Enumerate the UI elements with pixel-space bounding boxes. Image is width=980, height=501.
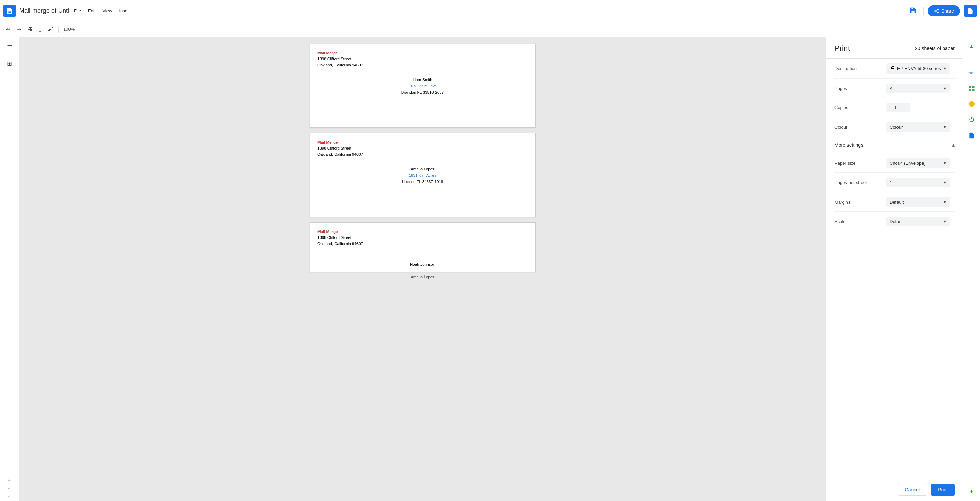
scale-label: Scale (834, 219, 875, 224)
sidebar: ☰ ⊞ 1 2 3 (0, 37, 19, 501)
recipient-name-2: Amelia Lopez (402, 166, 443, 172)
toolbar: ↩ ↪ 🖨 ˬ 🖌 100% (0, 22, 980, 37)
envelope-2: Mail Merge 1398 Clifford Street Oakland,… (310, 133, 536, 217)
return-company-1: Mail Merge (317, 50, 363, 56)
menu-insert[interactable]: Inse (116, 7, 130, 15)
pages-per-sheet-control[interactable]: 1 ▾ (886, 178, 955, 187)
svg-rect-2 (969, 86, 971, 88)
return-city-1: Oakland, California 94607 (317, 62, 363, 68)
envelope-3: Mail Merge 1398 Clifford Street Oakland,… (310, 222, 536, 272)
colour-select[interactable]: Colour ▾ (886, 122, 950, 132)
return-address-3: Mail Merge 1398 Clifford Street Oakland,… (317, 229, 363, 247)
destination-control[interactable]: 🖨 HP ENVY 5530 series ▾ (886, 63, 955, 74)
recipient-name-3: Noah Johnson (410, 262, 435, 266)
print-footer: Cancel Print (826, 479, 963, 501)
paper-size-value: Chou4 (Envelope) (889, 160, 942, 166)
more-settings-chevron-icon: ▴ (952, 142, 955, 148)
copies-label: Copies (834, 105, 875, 110)
paper-size-row: Paper size Chou4 (Envelope) ▾ (834, 153, 955, 173)
margins-label: Margins (834, 200, 875, 205)
return-street-2: 1398 Clifford Street (317, 146, 363, 151)
margins-select[interactable]: Default ▾ (886, 197, 950, 207)
return-city-3: Oakland, California 94607 (317, 241, 363, 247)
share-button[interactable]: Share (928, 5, 960, 16)
page-number-1: 1 (8, 479, 11, 482)
menu-bar: File Edit View Inse (71, 7, 130, 15)
right-panel-docs[interactable] (966, 129, 978, 142)
scale-control[interactable]: Default ▾ (886, 217, 955, 226)
copies-control (886, 103, 955, 112)
sidebar-item-outline[interactable]: ☰ (3, 40, 16, 54)
save-to-drive-button[interactable] (907, 5, 919, 17)
scale-select[interactable]: Default ▾ (886, 217, 950, 226)
destination-select[interactable]: 🖨 HP ENVY 5530 series ▾ (886, 63, 950, 74)
destination-value: HP ENVY 5530 series (897, 66, 942, 71)
colour-chevron-icon: ▾ (944, 124, 946, 130)
format-paint-button[interactable]: 🖌 (45, 25, 56, 34)
pages-per-sheet-value: 1 (889, 180, 942, 185)
colour-control[interactable]: Colour ▾ (886, 122, 955, 132)
colour-row: Colour Colour ▾ (834, 117, 955, 136)
topbar: Mail merge of Unti File Edit View Inse S… (0, 0, 980, 22)
copies-row: Copies (834, 98, 955, 117)
right-panel-sheets[interactable] (966, 82, 978, 94)
more-settings-toggle[interactable]: More settings ▴ (826, 137, 963, 153)
print-header: Print 20 sheets of paper (826, 37, 963, 59)
cancel-button[interactable]: Cancel (898, 484, 927, 496)
destination-label: Destination (834, 66, 875, 71)
destination-chevron-icon: ▾ (944, 66, 946, 71)
spellcheck-button[interactable]: ˬ (36, 24, 44, 34)
menu-view[interactable]: View (100, 7, 115, 15)
print-button[interactable]: 🖨 (25, 25, 35, 34)
redo-button[interactable]: ↪ (14, 24, 23, 34)
return-company-3: Mail Merge (317, 229, 363, 235)
envelope-1: Mail Merge 1398 Clifford Street Oakland,… (310, 44, 536, 128)
pages-row: Pages All ▾ (834, 79, 955, 98)
page-number-3: 3 (8, 496, 11, 498)
zoom-level[interactable]: 100% (61, 25, 77, 33)
menu-file[interactable]: File (71, 7, 84, 15)
page-number-2: 2 (8, 488, 11, 490)
pages-per-sheet-row: Pages per sheet 1 ▾ (834, 173, 955, 192)
print-settings-section: Destination 🖨 HP ENVY 5530 series ▾ Page… (826, 59, 963, 137)
undo-button[interactable]: ↩ (3, 24, 13, 34)
docs-icon (964, 5, 977, 17)
menu-edit[interactable]: Edit (85, 7, 98, 15)
more-settings-section: Paper size Chou4 (Envelope) ▾ Pages per … (826, 153, 963, 231)
pages-per-sheet-chevron-icon: ▾ (944, 180, 946, 185)
sheets-info: 20 sheets of paper (915, 46, 955, 51)
right-panel-tasks[interactable] (966, 98, 978, 110)
paper-size-control[interactable]: Chou4 (Envelope) ▾ (886, 158, 955, 168)
paper-size-select[interactable]: Chou4 (Envelope) ▾ (886, 158, 950, 168)
return-company-2: Mail Merge (317, 140, 363, 146)
pages-control[interactable]: All ▾ (886, 84, 955, 93)
return-street-3: 1398 Clifford Street (317, 235, 363, 241)
right-panel-edit[interactable]: ✏ (966, 67, 978, 79)
copies-input[interactable] (886, 103, 910, 112)
doc-title: Mail merge of Unti (19, 7, 69, 14)
bottom-recipient: Amelia Lopez (410, 275, 434, 279)
recipient-street-1: 1678 Palm Leaf (401, 83, 444, 89)
print-button-action[interactable]: Print (931, 484, 955, 496)
more-settings-label: More settings (834, 143, 863, 148)
return-address-1: Mail Merge 1398 Clifford Street Oakland,… (317, 50, 363, 68)
right-panel-refresh[interactable] (966, 114, 978, 126)
right-panel-add[interactable]: + (966, 485, 978, 498)
return-city-2: Oakland, California 94607 (317, 152, 363, 157)
return-street-1: 1398 Clifford Street (317, 56, 363, 62)
scale-row: Scale Default ▾ (834, 212, 955, 231)
margins-chevron-icon: ▾ (944, 199, 946, 205)
colour-value: Colour (889, 125, 942, 130)
pages-select[interactable]: All ▾ (886, 84, 950, 93)
right-panel-collapse[interactable]: ▲ (966, 40, 978, 53)
colour-label: Colour (834, 125, 875, 130)
right-panel-bottom: + (966, 485, 978, 498)
pages-chevron-icon: ▾ (944, 86, 946, 91)
paper-size-label: Paper size (834, 160, 875, 166)
sidebar-item-table[interactable]: ⊞ (3, 57, 16, 70)
pages-per-sheet-select[interactable]: 1 ▾ (886, 178, 950, 187)
share-label: Share (941, 8, 954, 14)
recipient-street-2: 1831 Kim Acres (402, 172, 443, 178)
margins-control[interactable]: Default ▾ (886, 197, 955, 207)
document-area: Mail Merge 1398 Clifford Street Oakland,… (19, 37, 826, 501)
